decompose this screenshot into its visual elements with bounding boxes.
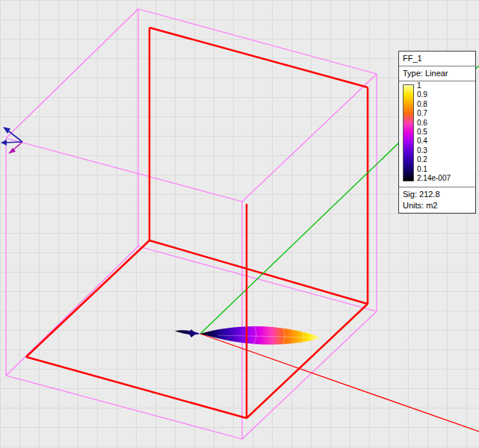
- legend-colorbar-section: 1 0.9 0.8 0.7 0.6 0.5 0.4 0.3 0.2 0.1 2.…: [399, 81, 475, 187]
- model-edge[interactable]: [26, 240, 149, 357]
- model-edge[interactable]: [26, 357, 247, 418]
- colorbar-tick: 0.1: [417, 166, 451, 173]
- triad-arrowhead-icon: [1, 140, 7, 146]
- farfield-side-lobe[interactable]: [188, 329, 196, 337]
- model-wireframe[interactable]: [26, 28, 368, 418]
- colorbar-tick: 1: [417, 82, 451, 90]
- colorbar-tick: 2.14e-007: [417, 175, 451, 182]
- bounding-box-edge: [6, 138, 242, 202]
- corner-axes-triad: [1, 127, 22, 154]
- bounding-box-edge: [6, 9, 138, 138]
- colorbar-tick: 0.2: [417, 156, 451, 164]
- farfield-back-lobe[interactable]: [175, 330, 200, 335]
- colorbar-tick: 0.3: [417, 147, 451, 155]
- colorbar-tick: 0.5: [417, 128, 451, 136]
- 3d-viewport[interactable]: FF_1 Type: Linear 1 0.9 0.8 0.7 0.6 0.5 …: [0, 0, 479, 448]
- triad-arrowhead-icon: [3, 127, 10, 134]
- colorbar-ticks: 1 0.9 0.8 0.7 0.6 0.5 0.4 0.3 0.2 0.1 2.…: [417, 82, 451, 182]
- colorbar-tick: 0.6: [417, 119, 451, 127]
- triad-axis-line: [4, 142, 22, 143]
- legend-title: FF_1: [399, 52, 475, 66]
- bounding-box-edge: [138, 9, 377, 74]
- colorbar-tick: 0.7: [417, 110, 451, 117]
- model-edge[interactable]: [247, 304, 368, 418]
- legend-sig: Sig: 212.8: [399, 187, 475, 199]
- farfield-legend-panel[interactable]: FF_1 Type: Linear 1 0.9 0.8 0.7 0.6 0.5 …: [398, 51, 476, 214]
- colorbar-tick: 0.4: [417, 137, 451, 145]
- model-edge[interactable]: [149, 28, 368, 87]
- colorbar-tick: 0.8: [417, 101, 451, 108]
- model-edge[interactable]: [149, 240, 368, 304]
- colorbar-gradient: [403, 84, 414, 181]
- legend-units: Units: m2: [399, 199, 475, 213]
- colorbar-tick: 0.9: [417, 91, 451, 99]
- bounding-box-edge: [242, 74, 377, 202]
- legend-type: Type: Linear: [399, 66, 475, 81]
- bounding-box: [6, 9, 377, 439]
